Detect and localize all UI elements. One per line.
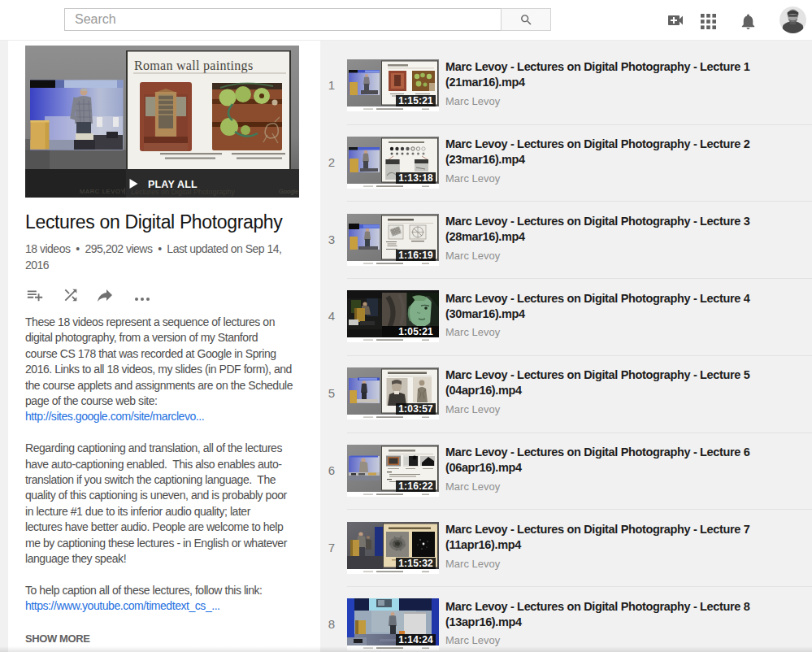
- svg-text:Roman wall paintings: Roman wall paintings: [134, 59, 253, 73]
- svg-text:Google: Google: [279, 188, 298, 195]
- svg-text:Lectures on Digital Photograph: Lectures on Digital Photography: [131, 188, 236, 196]
- svg-text:MARC LEVOY: MARC LEVOY: [80, 188, 125, 195]
